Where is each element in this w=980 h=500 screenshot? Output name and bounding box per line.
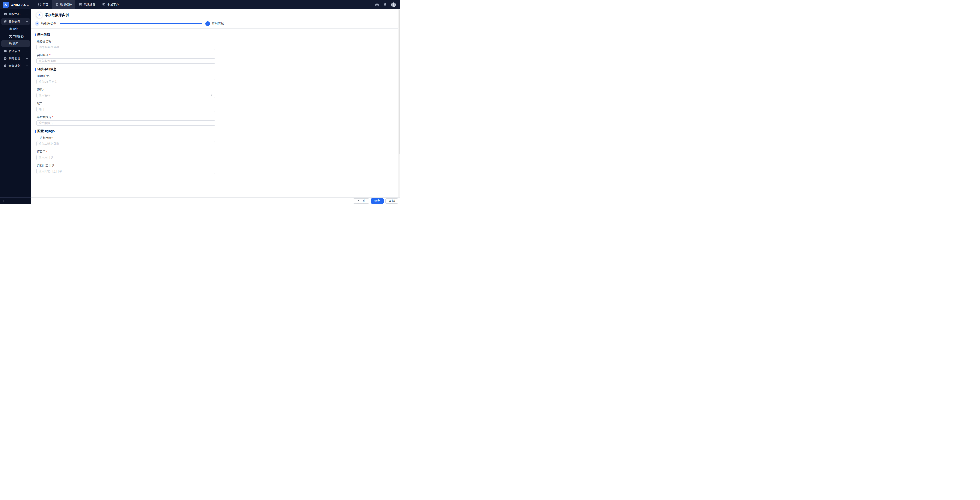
- sidebar-menu: 监控中心备份服务虚拟化文件服务器数据库资源管理策略管理恢复计划: [0, 9, 31, 69]
- section-title-text: 基本信息: [37, 33, 50, 37]
- step-number-badge: 2: [205, 21, 210, 26]
- step-instance-info[interactable]: 2 实例信息: [205, 21, 224, 26]
- cast-icon[interactable]: [375, 3, 379, 6]
- prev-step-button[interactable]: 上一步: [353, 198, 369, 204]
- required-asterisk: *: [52, 136, 53, 139]
- maintenance-db-input[interactable]: [38, 121, 213, 125]
- main-content: 添加数据库实例 数据库类型 2 实例信息 基本信息 服务器名称* 选择服务器名称…: [31, 9, 400, 204]
- field-label: 实例名称: [37, 54, 48, 57]
- nav-tab-system-settings[interactable]: 系统设置: [75, 0, 99, 9]
- chevron-down-icon: [211, 46, 213, 48]
- clipboard-icon: [3, 64, 7, 68]
- sidebar-item-virtualization[interactable]: 虚拟化: [1, 25, 30, 32]
- step-label: 数据库类型: [41, 21, 56, 26]
- db-username-input[interactable]: [38, 80, 213, 84]
- header-right: [375, 0, 400, 9]
- field-port: 端口*: [35, 102, 400, 112]
- sidebar-item-file-server[interactable]: 文件服务器: [1, 33, 30, 40]
- instance-name-input[interactable]: [38, 59, 213, 63]
- maintenance-db-input[interactable]: [37, 121, 215, 126]
- back-button[interactable]: [37, 12, 42, 18]
- scrollbar-track: [398, 9, 400, 197]
- chevron-down-icon: [26, 57, 28, 60]
- sidebar-item-label: 数据库: [9, 42, 18, 46]
- unispace-logo-icon: [3, 2, 9, 8]
- port-input[interactable]: [37, 107, 215, 112]
- nav-tab-data-protection[interactable]: 数据保护: [52, 0, 75, 9]
- field-lib-dir: 库目录*: [35, 150, 400, 160]
- nav-tab-label: 数据保护: [60, 3, 72, 6]
- field-archive-log-dir: 归档日志目录: [35, 164, 400, 174]
- nav-tab-home[interactable]: 首页: [35, 0, 52, 9]
- server-name-select[interactable]: 选择服务器名称: [37, 45, 215, 50]
- field-label: 库目录: [37, 150, 46, 153]
- confirm-button[interactable]: 确定: [371, 198, 383, 204]
- required-asterisk: *: [52, 40, 53, 43]
- section-title-text: 配置Highgo: [37, 129, 55, 134]
- sidebar-item-label: 备份服务: [9, 20, 21, 24]
- required-asterisk: *: [43, 102, 45, 105]
- lib-dir-input[interactable]: [37, 155, 215, 160]
- section-accent-bar: [35, 33, 36, 37]
- lib-dir-input[interactable]: [38, 155, 213, 160]
- port-input[interactable]: [38, 107, 213, 111]
- field-label: 服务器名称: [37, 40, 52, 43]
- required-asterisk: *: [43, 88, 45, 91]
- sidebar-item-database[interactable]: 数据库: [1, 40, 30, 47]
- select-placeholder: 选择服务器名称: [38, 45, 211, 49]
- dashboard-icon: [38, 3, 41, 6]
- field-maintenance-db: 维护数据库*: [35, 115, 400, 126]
- monitor-chart-icon: [102, 3, 106, 6]
- sidebar-footer: [0, 197, 31, 204]
- field-server-name: 服务器名称* 选择服务器名称: [35, 40, 400, 50]
- sidebar-item-policy-management[interactable]: 策略管理: [1, 55, 30, 62]
- sidebar-item-label: 恢复计划: [9, 64, 21, 68]
- avatar[interactable]: [391, 2, 396, 7]
- sidebar-item-label: 监控中心: [9, 12, 21, 16]
- archive-log-dir-input[interactable]: [37, 169, 215, 174]
- archive-icon: [3, 57, 7, 60]
- field-label: 维护数据库: [37, 116, 52, 119]
- archive-log-dir-input[interactable]: [38, 169, 213, 174]
- sidebar-item-resource-management[interactable]: 资源管理: [1, 48, 30, 54]
- password-input[interactable]: [38, 93, 210, 98]
- sidebar-item-backup-service[interactable]: 备份服务: [1, 18, 30, 25]
- sidebar-item-recovery-plan[interactable]: 恢复计划: [1, 62, 30, 69]
- db-username-input[interactable]: [37, 79, 215, 84]
- field-label: 端口: [37, 102, 43, 105]
- scrollbar-thumb[interactable]: [399, 10, 400, 154]
- collapse-sidebar-icon[interactable]: [3, 199, 6, 203]
- step-database-type[interactable]: 数据库类型: [35, 21, 56, 26]
- instance-name-input[interactable]: [37, 59, 215, 64]
- binary-dir-input[interactable]: [38, 142, 213, 146]
- top-nav: 首页数据保护系统设置集成平台: [35, 0, 122, 9]
- nav-tab-integration-platform[interactable]: 集成平台: [99, 0, 122, 9]
- binary-dir-input[interactable]: [37, 141, 215, 146]
- logo: UNISPACE: [0, 0, 31, 9]
- chevron-down-icon: [26, 50, 28, 53]
- field-password: 密码*: [35, 88, 400, 98]
- monitor-gear-icon: [79, 3, 82, 6]
- required-asterisk: *: [50, 74, 51, 77]
- password-input[interactable]: [37, 93, 215, 98]
- bell-icon[interactable]: [383, 3, 387, 6]
- eye-invisible-icon[interactable]: [210, 94, 213, 97]
- cancel-button[interactable]: 取消: [385, 198, 398, 204]
- sidebar-item-label: 资源管理: [9, 49, 21, 53]
- field-binary-dir: 二进制目录*: [35, 136, 400, 146]
- shield-icon: [55, 3, 59, 6]
- required-asterisk: *: [49, 54, 50, 57]
- nav-tab-label: 系统设置: [84, 3, 95, 6]
- step-done-check-icon: [35, 21, 39, 26]
- step-label: 实例信息: [212, 21, 224, 26]
- section-accent-bar: [35, 68, 36, 71]
- stepper: 数据库类型 2 实例信息: [35, 21, 400, 26]
- field-instance-name: 实例名称*: [35, 53, 400, 64]
- chevron-up-icon: [26, 21, 28, 23]
- nav-tab-label: 首页: [43, 3, 48, 6]
- nav-tab-label: 集成平台: [107, 3, 119, 6]
- page-head: 添加数据库实例: [31, 9, 400, 18]
- sidebar-item-label: 文件服务器: [9, 35, 24, 38]
- sidebar-item-label: 策略管理: [9, 57, 21, 61]
- sidebar-item-monitoring-center[interactable]: 监控中心: [1, 11, 30, 18]
